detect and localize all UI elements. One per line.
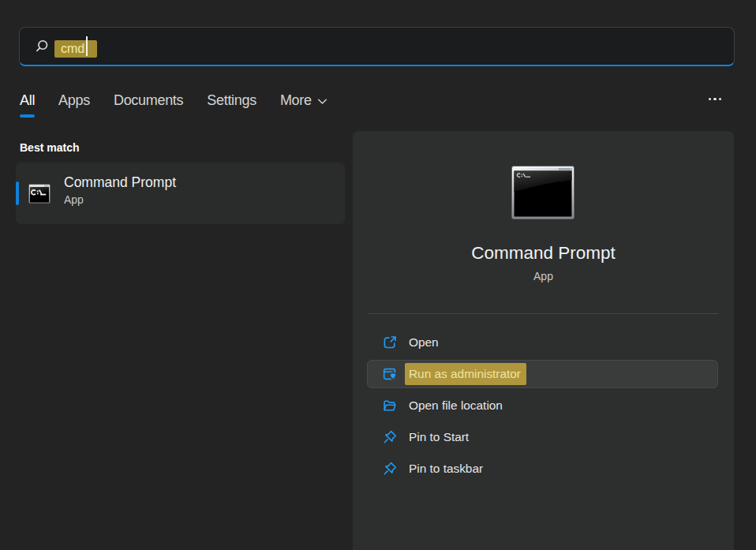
chevron-down-icon: [317, 99, 327, 105]
action-highlight: Run as administrator: [405, 363, 526, 385]
ellipsis-icon: [709, 98, 711, 100]
command-prompt-icon: [28, 184, 51, 204]
result-title: Command Prompt: [64, 174, 176, 192]
action-list: Open Run as administrator: [367, 327, 718, 485]
text-caret: [86, 36, 88, 56]
tab-documents-label: Documents: [114, 92, 183, 109]
action-pin-to-taskbar-label: Pin to taskbar: [409, 462, 483, 476]
action-pin-to-start[interactable]: Pin to Start: [367, 421, 718, 453]
overflow-menu-button[interactable]: [709, 98, 721, 100]
search-flyout: cmd All Apps Documents Settings More: [0, 0, 756, 550]
divider: [369, 313, 718, 314]
search-filter-tabs: All Apps Documents Settings More: [20, 92, 327, 118]
folder-icon: [382, 398, 398, 413]
search-query-highlight: cmd: [54, 40, 97, 58]
action-pin-to-start-label: Pin to Start: [409, 430, 469, 444]
tab-apps[interactable]: Apps: [58, 92, 90, 118]
action-open-label: Open: [409, 335, 439, 350]
action-open-file-location[interactable]: Open file location: [367, 390, 718, 421]
tab-more[interactable]: More: [280, 92, 327, 118]
pin-icon: [382, 429, 398, 445]
action-run-as-administrator-label: Run as administrator: [409, 367, 521, 380]
preview-subtitle: App: [353, 270, 734, 282]
best-match-result[interactable]: Command Prompt App: [16, 163, 345, 224]
search-input[interactable]: cmd: [19, 27, 735, 66]
tab-all[interactable]: All: [20, 92, 35, 118]
run-as-admin-icon: [382, 366, 398, 382]
search-query-text: cmd: [61, 42, 84, 55]
preview-panel: Command Prompt App Open: [353, 131, 734, 550]
action-open[interactable]: Open: [367, 327, 718, 358]
result-subtitle: App: [64, 193, 84, 207]
command-prompt-icon-large: [511, 166, 574, 219]
selection-accent-bar: [16, 181, 19, 205]
tab-documents[interactable]: Documents: [114, 92, 183, 118]
open-external-icon: [382, 335, 398, 350]
action-open-file-location-label: Open file location: [409, 398, 503, 413]
action-pin-to-taskbar[interactable]: Pin to taskbar: [367, 453, 718, 485]
search-icon: [36, 39, 51, 54]
action-run-as-administrator[interactable]: Run as administrator: [367, 358, 718, 390]
selected-tab-underline: [20, 114, 35, 118]
tab-all-label: All: [20, 92, 35, 109]
pin-icon: [382, 461, 398, 477]
tab-settings[interactable]: Settings: [207, 92, 256, 118]
best-match-heading: Best match: [20, 141, 79, 154]
tab-more-label: More: [280, 92, 312, 109]
preview-title: Command Prompt: [353, 244, 734, 263]
tab-settings-label: Settings: [207, 92, 256, 109]
tab-apps-label: Apps: [58, 92, 90, 109]
